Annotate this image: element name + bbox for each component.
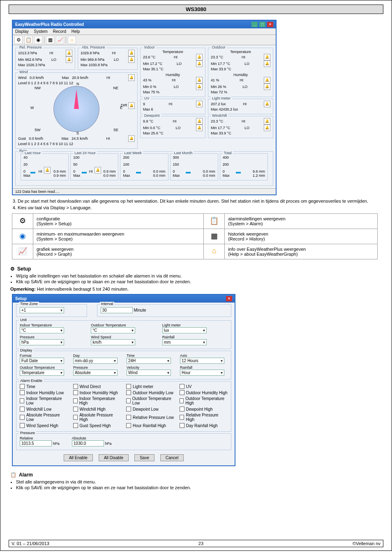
disp-select[interactable]: 24H — [127, 358, 171, 364]
graph-icon[interactable]: 📈 — [56, 36, 64, 44]
interval-input[interactable]: 30 — [101, 307, 133, 313]
clear-icon[interactable]: 🔔 — [264, 125, 270, 131]
menu-record[interactable]: Record — [53, 29, 66, 34]
checkbox-icon[interactable] — [126, 390, 131, 395]
checkbox-icon[interactable] — [20, 398, 24, 403]
checkbox-icon[interactable] — [180, 384, 184, 389]
checkbox-icon[interactable] — [20, 384, 25, 389]
clear-icon[interactable]: 🔔 — [128, 102, 135, 109]
checkbox-icon[interactable] — [180, 407, 184, 412]
alarm-checkbox[interactable]: Wind Speed High — [20, 423, 68, 428]
alarm-checkbox[interactable]: Outdoor Temperature Low — [126, 396, 175, 405]
checkbox-icon[interactable] — [126, 423, 131, 428]
clear-icon[interactable]: 🔔 — [196, 125, 203, 131]
checkbox-icon[interactable] — [180, 398, 184, 403]
alarm-checkbox[interactable]: Absolute Pressure High — [73, 413, 122, 422]
alarm-checkbox[interactable]: Dewpoint Low — [126, 407, 175, 412]
disp-select[interactable]: Wind — [127, 370, 171, 376]
alarm-checkbox[interactable]: Time — [20, 384, 68, 389]
checkbox-icon[interactable] — [180, 423, 184, 428]
clear-icon[interactable]: 🔔 — [44, 167, 51, 173]
alarm-checkbox[interactable]: UV — [180, 384, 228, 389]
clear-icon[interactable]: 🔔 — [128, 50, 135, 56]
clear-icon[interactable]: 🔔 — [196, 60, 203, 67]
disp-select[interactable]: Full Date — [20, 358, 64, 364]
alarm-checkbox[interactable]: Indoor Humidity Low — [20, 390, 68, 395]
menu-display[interactable]: Display — [15, 29, 29, 34]
alarm-checkbox[interactable]: Absolute Pressure Low — [20, 413, 68, 422]
clear-icon[interactable]: 🔔 — [196, 118, 203, 125]
checkbox-icon[interactable] — [20, 390, 25, 395]
unit-select[interactable]: lux — [162, 327, 207, 333]
disp-select[interactable]: Absolute — [73, 370, 118, 376]
clear-icon[interactable]: 🔔 — [95, 167, 101, 173]
all-disable-button[interactable]: All Disable — [99, 454, 129, 461]
checkbox-icon[interactable] — [126, 398, 131, 403]
checkbox-icon[interactable] — [126, 384, 131, 389]
alarm-checkbox[interactable]: Outdoor Humidity Low — [126, 390, 175, 395]
clear-icon[interactable]: 🔔 — [264, 54, 270, 60]
disp-select[interactable]: 12 Hours — [180, 358, 224, 364]
checkbox-icon[interactable] — [73, 415, 78, 420]
disp-select[interactable]: mm-dd-yy — [73, 358, 118, 364]
clear-icon[interactable]: 🔔 — [264, 77, 270, 83]
alarm-checkbox[interactable]: Windchill High — [73, 407, 122, 412]
alarm-checkbox[interactable]: Dewpoint High — [180, 407, 228, 412]
close-icon[interactable]: × — [226, 296, 232, 301]
alarm-checkbox[interactable]: Windchill Low — [20, 407, 68, 412]
unit-select[interactable]: °C — [91, 327, 135, 333]
checkbox-icon[interactable] — [73, 390, 78, 395]
all-enable-button[interactable]: All Enable — [64, 454, 93, 461]
close-icon[interactable]: × — [267, 22, 273, 27]
unit-select[interactable]: hPa — [20, 339, 64, 345]
cancel-button[interactable]: Cancel — [160, 454, 184, 461]
checkbox-icon[interactable] — [126, 415, 131, 420]
unit-select[interactable]: mm — [162, 339, 207, 345]
disp-select[interactable]: Temperature — [20, 370, 64, 376]
clear-icon[interactable]: 🔔 — [128, 56, 135, 63]
clear-icon[interactable]: 🔔 — [66, 50, 72, 56]
maximize-icon[interactable]: □ — [259, 22, 265, 27]
history-icon[interactable]: ▦ — [46, 36, 54, 44]
alarm-checkbox[interactable]: Day Rainfall High — [180, 423, 228, 428]
clear-icon[interactable]: 🔔 — [196, 83, 203, 90]
alarm-checkbox[interactable]: Outdoor Humidity High — [180, 390, 228, 395]
relative-input[interactable]: 1013.5 — [20, 440, 52, 446]
clear-icon[interactable]: 🔔 — [196, 54, 203, 60]
clear-icon[interactable]: 🔔 — [196, 77, 203, 83]
menu-help[interactable]: Help — [71, 29, 80, 34]
alarm-icon[interactable]: 📋 — [24, 36, 32, 44]
checkbox-icon[interactable] — [20, 407, 25, 412]
clear-icon[interactable]: 🔔 — [128, 135, 135, 142]
clear-icon[interactable]: 🔔 — [196, 101, 203, 107]
absolute-input[interactable]: 1030.0 — [72, 440, 104, 446]
alarm-checkbox[interactable]: Indoor Humidity High — [73, 390, 122, 395]
alarm-checkbox[interactable]: Wind Direct — [73, 384, 122, 389]
clear-icon[interactable]: 🔔 — [264, 60, 270, 67]
alarm-checkbox[interactable]: Outdoor Temperature High — [180, 396, 228, 405]
clear-icon[interactable]: 🔔 — [264, 118, 270, 125]
timezone-select[interactable]: +1 — [20, 307, 64, 313]
alarm-checkbox[interactable]: Indoor Temperature High — [73, 396, 122, 405]
alarm-checkbox[interactable]: Indoor Temperature Low — [20, 396, 68, 405]
checkbox-icon[interactable] — [20, 423, 25, 428]
checkbox-icon[interactable] — [180, 415, 184, 420]
setup-icon[interactable]: ⚙ — [14, 36, 23, 44]
alarm-checkbox[interactable]: Relative Pressure Low — [126, 413, 175, 422]
alarm-checkbox[interactable]: Hour Rainfall High — [126, 423, 175, 428]
clear-icon[interactable]: 🔔 — [128, 74, 135, 81]
save-button[interactable]: Save — [134, 454, 154, 461]
checkbox-icon[interactable] — [73, 423, 78, 428]
disp-select[interactable]: Hour — [180, 370, 224, 376]
clear-icon[interactable]: 🔔 — [264, 83, 270, 90]
checkbox-icon[interactable] — [126, 407, 131, 412]
checkbox-icon[interactable] — [180, 390, 184, 395]
clear-icon[interactable]: 🔔 — [264, 101, 270, 107]
checkbox-icon[interactable] — [73, 407, 78, 412]
checkbox-icon[interactable] — [73, 384, 78, 389]
home-icon[interactable]: ⌂ — [68, 36, 76, 44]
unit-select[interactable]: °C — [20, 327, 64, 333]
clear-icon[interactable]: 🔔 — [66, 56, 72, 63]
checkbox-icon[interactable] — [20, 415, 25, 420]
alarm-checkbox[interactable]: Relative Pressure High — [180, 413, 228, 422]
